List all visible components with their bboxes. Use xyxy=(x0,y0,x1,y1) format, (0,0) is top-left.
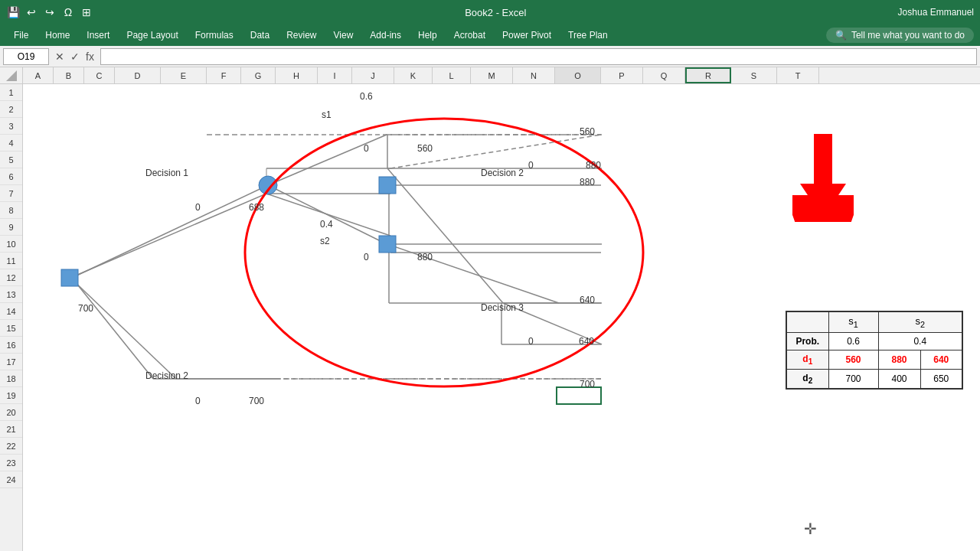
table-d2-s2: 400 xyxy=(878,369,920,389)
svg-line-2 xyxy=(70,278,176,379)
row-2[interactable]: 2 xyxy=(0,101,22,118)
tell-me-input[interactable]: 🔍 Tell me what you want to do xyxy=(826,28,974,43)
col-F[interactable]: F xyxy=(207,67,241,83)
row-17[interactable]: 17 xyxy=(0,354,22,370)
cell-reference[interactable] xyxy=(3,48,49,65)
svg-marker-0 xyxy=(6,70,17,81)
formula-input[interactable] xyxy=(100,48,977,65)
row-20[interactable]: 20 xyxy=(0,404,22,421)
cancel-icon[interactable]: ✕ xyxy=(55,51,64,63)
label-0-880-right: 0 xyxy=(528,160,534,171)
menu-page-layout[interactable]: Page Layout xyxy=(119,27,185,44)
row-21[interactable]: 21 xyxy=(0,421,22,438)
table-d1-label: d1 xyxy=(786,350,828,369)
red-arrow-annotation xyxy=(792,130,854,224)
svg-rect-43 xyxy=(814,134,832,184)
row-11[interactable]: 11 xyxy=(0,253,22,269)
row-23[interactable]: 23 xyxy=(0,455,22,471)
row-13[interactable]: 13 xyxy=(0,286,22,303)
col-H[interactable]: H xyxy=(276,67,318,83)
col-A[interactable]: A xyxy=(23,67,54,83)
redo-button[interactable]: ↪ xyxy=(43,5,57,19)
col-L[interactable]: L xyxy=(433,67,471,83)
save-icon[interactable]: 💾 xyxy=(6,5,20,19)
table-header-row: s1 s2 xyxy=(786,311,962,332)
table-d2-row: d2 700 400 650 xyxy=(786,369,962,389)
col-I[interactable]: I xyxy=(318,67,352,83)
row-24[interactable]: 24 xyxy=(0,471,22,488)
label-880-mid: 880 xyxy=(417,252,433,262)
label-560-right: 560 xyxy=(580,126,595,137)
svg-marker-42 xyxy=(800,184,846,218)
row-22[interactable]: 22 xyxy=(0,438,22,455)
row-16[interactable]: 16 xyxy=(0,337,22,354)
row-7[interactable]: 7 xyxy=(0,185,22,202)
row-18[interactable]: 18 xyxy=(0,370,22,387)
col-T[interactable]: T xyxy=(777,67,819,83)
confirm-icon[interactable]: ✓ xyxy=(70,51,80,63)
annotation-ellipse xyxy=(245,119,643,386)
table-s1-header: s1 xyxy=(828,311,878,332)
col-N[interactable]: N xyxy=(513,67,555,83)
row-5[interactable]: 5 xyxy=(0,152,22,168)
row-15[interactable]: 15 xyxy=(0,320,22,337)
row-8[interactable]: 8 xyxy=(0,202,22,219)
undo-icon[interactable]: ↩ xyxy=(24,5,38,19)
label-640-col-o: 640 xyxy=(580,295,595,305)
omega-icon[interactable]: Ω xyxy=(61,5,75,19)
menu-home[interactable]: Home xyxy=(38,27,77,44)
menu-formulas[interactable]: Formulas xyxy=(188,27,241,44)
menu-review[interactable]: Review xyxy=(279,27,324,44)
menu-tree-plan[interactable]: Tree Plan xyxy=(560,27,616,44)
row-4[interactable]: 4 xyxy=(0,135,22,152)
col-Q[interactable]: Q xyxy=(643,67,685,83)
node-square-main xyxy=(61,269,78,286)
menu-power-pivot[interactable]: Power Pivot xyxy=(495,27,559,44)
menu-data[interactable]: Data xyxy=(243,27,277,44)
table-prob-s2: 0.4 xyxy=(878,332,962,350)
col-J[interactable]: J xyxy=(352,67,394,83)
col-R[interactable]: R xyxy=(685,67,731,83)
label-0-640: 0 xyxy=(528,336,534,347)
row-12[interactable]: 12 xyxy=(0,269,22,286)
menu-addins[interactable]: Add-ins xyxy=(362,27,409,44)
col-G[interactable]: G xyxy=(241,67,276,83)
menu-insert[interactable]: Insert xyxy=(79,27,117,44)
col-K[interactable]: K xyxy=(394,67,433,83)
row-10[interactable]: 10 xyxy=(0,236,22,253)
label-688: 688 xyxy=(249,202,264,213)
fx-icon[interactable]: fx xyxy=(86,51,94,63)
menu-file[interactable]: File xyxy=(6,27,36,44)
grid-area[interactable]: 0.6 s1 0 560 Decision 1 0 688 0.4 s2 0 8… xyxy=(23,84,980,551)
label-decision1: Decision 1 xyxy=(145,168,188,178)
svg-line-34 xyxy=(387,168,503,303)
menu-acrobat[interactable]: Acrobat xyxy=(446,27,493,44)
label-0-row7: 0 xyxy=(195,202,201,213)
cursor-cross: ✛ xyxy=(804,520,817,538)
col-P[interactable]: P xyxy=(601,67,643,83)
col-O[interactable]: O xyxy=(555,67,601,83)
svg-line-25 xyxy=(72,278,153,379)
row-1[interactable]: 1 xyxy=(0,84,22,101)
menu-help[interactable]: Help xyxy=(410,27,445,44)
col-C[interactable]: C xyxy=(84,67,115,83)
menu-view[interactable]: View xyxy=(326,27,361,44)
table-prob-s1: 0.6 xyxy=(828,332,878,350)
row-9[interactable]: 9 xyxy=(0,219,22,236)
col-D[interactable]: D xyxy=(115,67,161,83)
col-B[interactable]: B xyxy=(54,67,84,83)
col-S[interactable]: S xyxy=(731,67,777,83)
col-E[interactable]: E xyxy=(161,67,207,83)
format-icon[interactable]: ⊞ xyxy=(80,5,93,19)
row-14[interactable]: 14 xyxy=(0,303,22,320)
column-headers: A B C D E F G H I J K L M N O P Q R S T xyxy=(0,67,980,84)
row-6[interactable]: 6 xyxy=(0,168,22,185)
label-0.6: 0.6 xyxy=(360,91,373,102)
row-19[interactable]: 19 xyxy=(0,387,22,404)
tell-me-label: Tell me what you want to do xyxy=(851,30,965,41)
label-700-row18: 700 xyxy=(580,379,595,390)
col-M[interactable]: M xyxy=(471,67,513,83)
table-d1-s2: 880 xyxy=(878,350,920,369)
row-3[interactable]: 3 xyxy=(0,118,22,135)
svg-line-30 xyxy=(268,185,387,244)
